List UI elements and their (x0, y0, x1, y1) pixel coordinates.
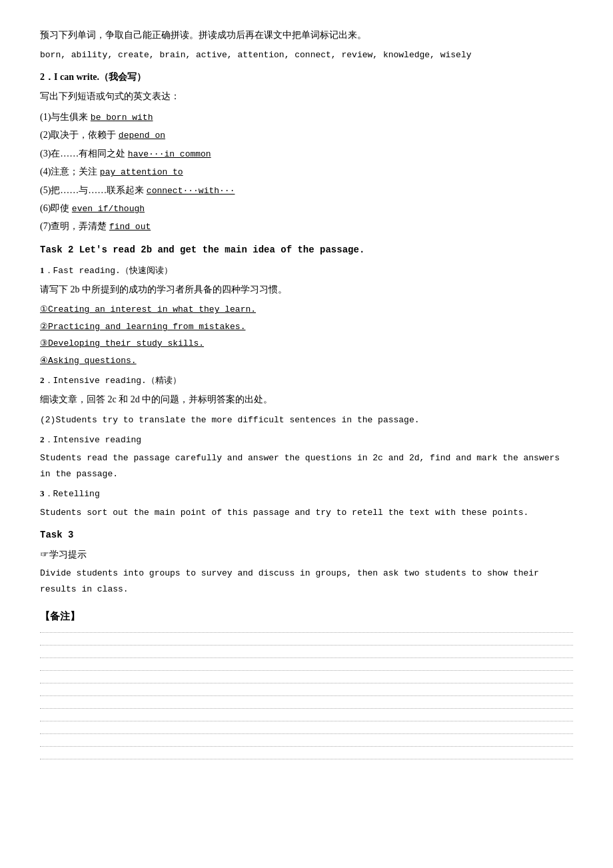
list-item: (2)取决于，依赖于 depend on (40, 127, 573, 143)
list-item: ④Asking questions. (40, 353, 573, 368)
page-content: 预习下列单词，争取自己能正确拼读。拼读成功后再在课文中把单词标记出来。 born… (40, 27, 573, 759)
dotted-line (40, 670, 573, 671)
dotted-lines-container (40, 632, 573, 759)
list-item: (6)即使 even if/though (40, 200, 573, 217)
list-item: ③Developing their study skills. (40, 336, 573, 351)
fast-reading-label: 1．Fast reading.（快速阅读） (40, 262, 573, 278)
list-item: ②Practicing and learning from mistakes. (40, 319, 573, 334)
retelling-para: Students sort out the main point of this… (40, 505, 573, 520)
vocab-intro: 预习下列单词，争取自己能正确拼读。拼读成功后再在课文中把单词标记出来。 (40, 27, 573, 43)
intensive-reading-intro: 细读文章，回答 2c 和 2d 中的问题，并标明答案的出处。 (40, 391, 573, 408)
dotted-line (40, 733, 573, 734)
dotted-line (40, 746, 573, 747)
dotted-line (40, 708, 573, 709)
dotted-line (40, 645, 573, 646)
dotted-line (40, 759, 573, 759)
intensive2-para: Students read the passage carefully and … (40, 450, 573, 482)
list-item: (7)查明，弄清楚 find out (40, 218, 573, 234)
list-item: (1)与生俱来 be born with (40, 109, 573, 125)
intensive-reading-label: 2．Intensive reading.（精读） (40, 372, 573, 388)
list-item: (4)注意；关注 pay attention to (40, 163, 573, 180)
beizhu-label: 【备注】 (40, 608, 573, 626)
dotted-line (40, 695, 573, 696)
dotted-line (40, 683, 573, 683)
translate-note: (2)Students try to translate the more di… (40, 412, 573, 428)
task3-para: Divide students into groups to survey an… (40, 566, 573, 597)
task3-title: Task 3 (40, 527, 573, 544)
fast-reading-intro: 请写下 2b 中所提到的成功的学习者所具备的四种学习习惯。 (40, 281, 573, 298)
dotted-line (40, 721, 573, 721)
habits-list: ①Creating an interest in what they learn… (40, 302, 573, 368)
intensive2-label: 2．Intensive reading (40, 432, 573, 448)
study-hint-label: ☞学习提示 (40, 546, 573, 563)
phrase-list: (1)与生俱来 be born with (2)取决于，依赖于 depend o… (40, 109, 573, 235)
dotted-line (40, 657, 573, 658)
section2-title: 2．I can write.（我会写） (40, 69, 573, 85)
list-item: (3)在……有相同之处 have···in common (40, 145, 573, 162)
write-intro: 写出下列短语或句式的英文表达： (40, 88, 573, 105)
retelling-label: 3．Retelling (40, 486, 573, 502)
task2-title: Task 2 Let's read 2b and get the main id… (40, 242, 573, 258)
vocab-words: born, ability, create, brain, active, at… (40, 47, 573, 63)
list-item: ①Creating an interest in what they learn… (40, 302, 573, 317)
dotted-line (40, 632, 573, 633)
list-item: (5)把……与……联系起来 connect···with··· (40, 182, 573, 199)
